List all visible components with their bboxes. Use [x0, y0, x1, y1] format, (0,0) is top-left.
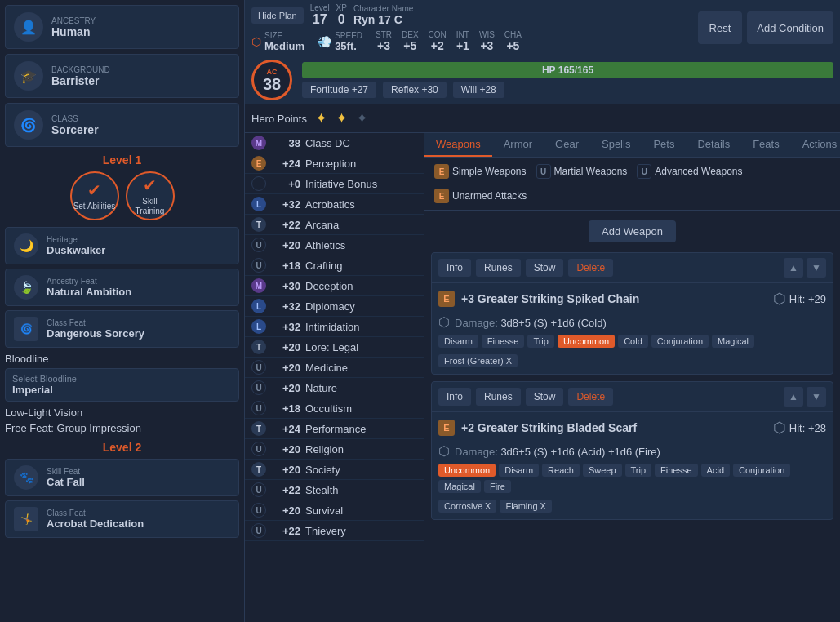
weapon-tag: Disarm	[438, 335, 478, 348]
skill-row[interactable]: U +20 Medicine	[245, 358, 424, 378]
skill-row[interactable]: U +20 Athletics	[245, 235, 424, 255]
nav-tab-feats[interactable]: Feats	[741, 133, 791, 157]
speed-value: 35ft.	[335, 40, 362, 52]
xp-value: 0	[338, 12, 345, 27]
l2-class-feat-card[interactable]: 🤸 Class Feat Acrobat Dedication	[5, 500, 239, 538]
ability-score-int: INT+1	[456, 30, 469, 52]
skills-list: L +32 Acrobatics T +22 Arcana U +20 Athl…	[245, 194, 424, 541]
skill-row[interactable]: U +18 Crafting	[245, 255, 424, 276]
weapon-stow-btn[interactable]: Stow	[526, 388, 564, 406]
skill-bonus: +20	[271, 239, 300, 251]
top-bar: Hide Plan Level 17 XP 0 Character Name R…	[245, 0, 840, 56]
weapon-up-btn[interactable]: ▲	[784, 258, 803, 278]
nav-tab-actions[interactable]: Actions	[791, 133, 840, 157]
weapon-delete-btn[interactable]: Delete	[568, 388, 613, 406]
nav-tab-spells[interactable]: Spells	[590, 133, 642, 157]
ac-hp-row: AC 38 HP 165/165 Fortitude +27 Reflex +3…	[245, 56, 840, 104]
skill-row[interactable]: L +32 Intimidation	[245, 317, 424, 337]
nav-tabs: WeaponsArmorGearSpellsPetsDetailsFeatsAc…	[424, 133, 840, 158]
nav-tab-pets[interactable]: Pets	[642, 133, 686, 157]
weapon-hit: ⬡ Hit: +29	[773, 290, 826, 308]
skill-name: Lore: Legal	[305, 341, 417, 353]
skill-training-btn[interactable]: ✔ Skill Training	[126, 171, 175, 220]
weapon-info-btn[interactable]: Info	[438, 388, 471, 406]
rest-btn[interactable]: Rest	[698, 11, 743, 44]
reflex-save[interactable]: Reflex +30	[383, 82, 447, 98]
skill-row[interactable]: U +20 Religion	[245, 439, 424, 460]
bloodline-select[interactable]: Select Bloodline Imperial	[5, 368, 239, 402]
initiative-row[interactable]: +0 Initiative Bonus	[245, 174, 424, 194]
class-card[interactable]: 🌀 Class Sorcerer	[5, 103, 239, 147]
skill-row[interactable]: U +20 Nature	[245, 378, 424, 398]
hero-star-2[interactable]: ✦	[336, 109, 348, 127]
weapon-tag: Uncommon	[558, 335, 615, 348]
main-panel: Hide Plan Level 17 XP 0 Character Name R…	[245, 0, 840, 622]
tag-remove-btn[interactable]: X	[540, 501, 546, 511]
stat-label: STR	[376, 30, 392, 39]
skill-row[interactable]: U +18 Occultism	[245, 398, 424, 419]
ability-scores: STR+3DEX+5CON+2INT+1WIS+3CHA+5	[376, 30, 522, 52]
will-save[interactable]: Will +28	[453, 82, 504, 98]
weapon-runes-btn[interactable]: Runes	[476, 388, 521, 406]
nav-tab-weapons[interactable]: Weapons	[424, 133, 492, 157]
perception-row[interactable]: E +24 Perception	[245, 153, 424, 174]
nav-tab-armor[interactable]: Armor	[492, 133, 544, 157]
weapon-delete-btn[interactable]: Delete	[568, 259, 613, 277]
skill-row[interactable]: T +20 Lore: Legal	[245, 337, 424, 358]
tag-remove-btn[interactable]: X	[485, 501, 491, 511]
weapon-info-btn[interactable]: Info	[438, 259, 471, 277]
stat-value: +1	[456, 39, 469, 52]
fortitude-save[interactable]: Fortitude +27	[302, 82, 376, 98]
skill-feat-label: Skill Feat	[47, 467, 85, 476]
skill-feat-card[interactable]: 🐾 Skill Feat Cat Fall	[5, 459, 239, 496]
weapon-damage-row: ⬡Damage: 3d8+5 (S) +1d6 (Cold)	[432, 314, 833, 335]
weapon-stow-btn[interactable]: Stow	[526, 259, 564, 277]
hide-plan-btn[interactable]: Hide Plan	[251, 7, 304, 24]
nav-tab-gear[interactable]: Gear	[544, 133, 590, 157]
weapon-prof-item: ESimple Weapons	[434, 164, 527, 179]
weapon-up-btn[interactable]: ▲	[784, 387, 803, 407]
skill-row[interactable]: T +24 Performance	[245, 419, 424, 439]
class-dc-label: Class DC	[305, 137, 417, 149]
skill-row[interactable]: U +22 Thievery	[245, 521, 424, 541]
weapon-type-badge: E	[438, 291, 455, 307]
skill-bonus: +30	[271, 280, 300, 292]
ancestry-card[interactable]: 👤 Ancestry Human	[5, 5, 239, 49]
skill-row[interactable]: M +30 Deception	[245, 276, 424, 296]
tag-remove-btn[interactable]: X	[506, 356, 512, 366]
background-card[interactable]: 🎓 Background Barrister	[5, 54, 239, 98]
weapon-tag: Conjuration	[651, 335, 709, 348]
skill-row[interactable]: T +20 Society	[245, 460, 424, 480]
skill-row[interactable]: L +32 Acrobatics	[245, 194, 424, 215]
nav-tab-details[interactable]: Details	[686, 133, 741, 157]
add-weapon-btn[interactable]: Add Weapon	[589, 220, 676, 242]
ancestry-feat-value: Natural Ambition	[47, 286, 131, 298]
weapon-down-btn[interactable]: ▼	[807, 387, 826, 407]
skill-row[interactable]: U +22 Stealth	[245, 480, 424, 500]
skill-prof: U	[251, 401, 266, 415]
skill-name: Diplomacy	[305, 300, 417, 313]
class-dc-row[interactable]: M 38 Class DC	[245, 133, 424, 153]
weapon-tag-removable: FlamingX	[500, 500, 551, 513]
class-feat-card[interactable]: 🌀 Class Feat Dangerous Sorcery	[5, 310, 239, 348]
perception-label: Perception	[305, 158, 417, 170]
speed-icon: 💨	[318, 35, 331, 48]
skill-row[interactable]: U +20 Survival	[245, 500, 424, 521]
skill-row[interactable]: T +22 Arcana	[245, 215, 424, 235]
heritage-card[interactable]: 🌙 Heritage Duskwalker	[5, 227, 239, 264]
weapon-down-btn[interactable]: ▼	[807, 258, 826, 278]
set-abilities-btn[interactable]: ✔ Set Abilities	[70, 171, 119, 220]
tag-label: Corrosive	[444, 501, 482, 511]
hero-star-1[interactable]: ✦	[315, 109, 327, 127]
skill-prof: L	[251, 299, 266, 313]
damage-value: 3d6+5 (S) +1d6 (Acid) +1d6 (Fire)	[500, 446, 660, 458]
add-condition-btn[interactable]: Add Condition	[747, 11, 833, 44]
ancestry-feat-card[interactable]: 🍃 Ancestry Feat Natural Ambition	[5, 269, 239, 306]
skill-row[interactable]: L +32 Diplomacy	[245, 296, 424, 317]
weapon-runes-btn[interactable]: Runes	[476, 259, 521, 277]
heritage-label: Heritage	[47, 235, 105, 244]
skill-name: Athletics	[305, 239, 417, 251]
hero-star-3[interactable]: ✦	[356, 109, 368, 127]
skill-prof: U	[251, 258, 266, 273]
weapon-tag: Uncommon	[438, 464, 496, 477]
